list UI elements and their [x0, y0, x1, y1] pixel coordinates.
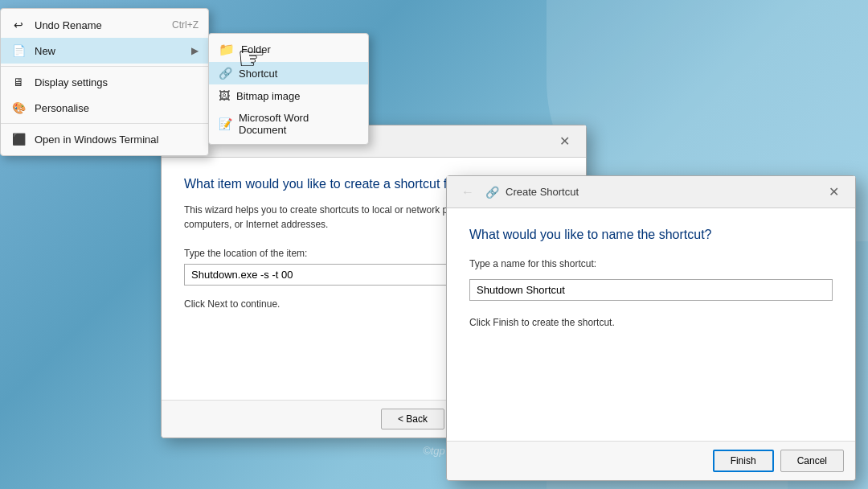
dialog-front-title: Create Shortcut — [506, 186, 579, 198]
menu-item-display-settings[interactable]: 🖥 Display settings — [1, 69, 208, 95]
menu-label-terminal: Open in Windows Terminal — [35, 134, 158, 146]
folder-icon: 📁 — [219, 42, 235, 57]
submenu-label-folder: Folder — [241, 43, 271, 55]
new-arrow-icon: ▶ — [191, 45, 199, 56]
dialog-front-content: What would you like to name the shortcut… — [447, 208, 855, 347]
menu-item-new[interactable]: 📄 New ▶ — [1, 38, 208, 64]
dialog-front-cancel-button[interactable]: Cancel — [780, 450, 844, 472]
dialog-front-titlebar: ← 🔗 Create Shortcut ✕ — [447, 176, 855, 208]
submenu: 📁 Folder 🔗 Shortcut 🖼 Bitmap image 📝 Mic… — [208, 33, 369, 145]
dialog-foreground: ← 🔗 Create Shortcut ✕ What would you lik… — [446, 175, 856, 481]
dialog-bg-back-button[interactable]: < Back — [381, 409, 444, 429]
menu-separator-1 — [1, 66, 208, 67]
menu-label-new: New — [35, 45, 55, 57]
menu-label-display: Display settings — [35, 76, 108, 88]
menu-separator-2 — [1, 123, 208, 124]
shortcut-icon: 🔗 — [219, 67, 232, 80]
menu-item-open-terminal[interactable]: ⬛ Open in Windows Terminal — [1, 126, 208, 152]
undo-icon: ↩ — [10, 17, 27, 33]
context-menu: ↩ Undo Rename Ctrl+Z 📄 New ▶ 🖥 Display s… — [0, 8, 209, 156]
submenu-item-folder[interactable]: 📁 Folder — [209, 37, 368, 62]
dialog-front-name-input[interactable] — [469, 279, 833, 301]
dialog-front-footer: Finish Cancel — [447, 441, 855, 480]
submenu-item-word[interactable]: 📝 Microsoft Word Document — [209, 107, 368, 141]
dialog-bg-close-button[interactable]: ✕ — [553, 132, 576, 150]
dialog-front-close-button[interactable]: ✕ — [822, 183, 845, 201]
submenu-label-shortcut: Shortcut — [239, 68, 277, 80]
new-icon: 📄 — [10, 43, 27, 59]
menu-label-personalise: Personalise — [35, 102, 89, 114]
dialog-front-finish-button[interactable]: Finish — [713, 450, 774, 472]
undo-shortcut: Ctrl+Z — [172, 19, 199, 31]
display-icon: 🖥 — [10, 74, 27, 90]
dialog-front-name-label: Type a name for this shortcut: — [469, 258, 833, 269]
menu-item-undo-rename[interactable]: ↩ Undo Rename Ctrl+Z — [1, 12, 208, 38]
dialog-front-back-nav[interactable]: ← — [457, 183, 479, 201]
dialog-front-note: Click Finish to create the shortcut. — [469, 317, 833, 328]
dialog-front-heading: What would you like to name the shortcut… — [469, 228, 833, 242]
submenu-label-bitmap: Bitmap image — [236, 90, 300, 102]
submenu-label-word: Microsoft Word Document — [239, 112, 358, 136]
menu-label-undo-rename: Undo Rename — [35, 19, 102, 31]
word-icon: 📝 — [219, 117, 232, 130]
submenu-item-shortcut[interactable]: 🔗 Shortcut — [209, 62, 368, 84]
watermark: ©tgp — [423, 445, 445, 457]
personalise-icon: 🎨 — [10, 100, 27, 116]
menu-item-personalise[interactable]: 🎨 Personalise — [1, 95, 208, 121]
submenu-item-bitmap[interactable]: 🖼 Bitmap image — [209, 84, 368, 107]
dialog-front-title-icon: 🔗 — [485, 186, 499, 199]
terminal-icon: ⬛ — [10, 131, 27, 147]
bitmap-icon: 🖼 — [219, 89, 230, 102]
